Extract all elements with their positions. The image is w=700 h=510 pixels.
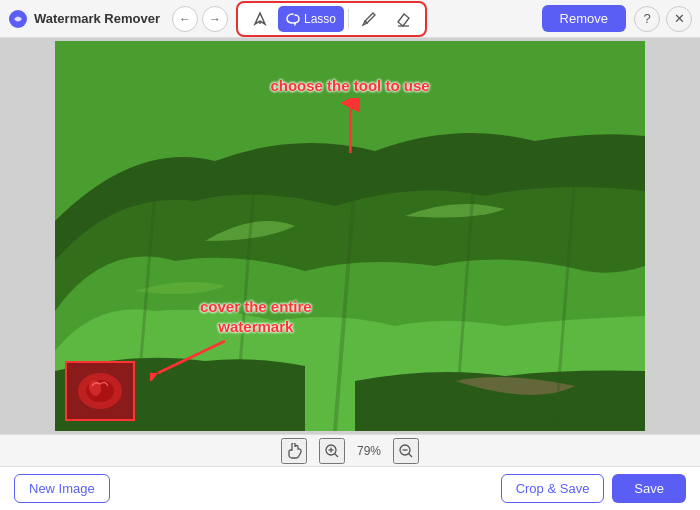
nav-arrows: ← → [172,6,228,32]
zoom-out-button[interactable] [393,438,419,464]
back-button[interactable]: ← [172,6,198,32]
remove-button[interactable]: Remove [542,5,626,32]
choose-tool-annotation: choose the tool to use [270,76,429,96]
footer-left: New Image [14,474,110,503]
app-title: Watermark Remover [34,11,160,26]
zoom-level: 79% [357,444,381,458]
image-container: choose the tool to use cover the entire … [55,41,645,431]
main-image[interactable]: choose the tool to use cover the entire … [55,41,645,431]
zoom-in-button[interactable] [319,438,345,464]
crop-save-button[interactable]: Crop & Save [501,474,605,503]
smart-tool-button[interactable] [244,6,276,32]
footer-bar: New Image Crop & Save Save [0,466,700,510]
title-actions: ? ✕ [634,6,692,32]
svg-line-17 [334,453,338,457]
watermark-thumbnail [65,361,135,421]
brush-tool-button[interactable] [353,6,385,32]
app-logo [8,9,28,29]
eraser-tool-button[interactable] [387,6,419,32]
pan-tool-button[interactable] [281,438,307,464]
close-button[interactable]: ✕ [666,6,692,32]
forward-button[interactable]: → [202,6,228,32]
tool-group: Lasso [236,1,427,37]
new-image-button[interactable]: New Image [14,474,110,503]
svg-line-12 [158,341,225,373]
lasso-tool-button[interactable]: Lasso [278,6,344,32]
canvas-area: choose the tool to use cover the entire … [0,38,700,434]
title-bar: Watermark Remover ← → Lasso [0,0,700,38]
cover-watermark-annotation-line1: cover the entire [200,298,312,315]
lasso-label: Lasso [304,12,336,26]
tool-divider [348,9,349,29]
save-button[interactable]: Save [612,474,686,503]
status-bar: 79% [0,434,700,466]
footer-right: Crop & Save Save [501,474,686,503]
svg-line-21 [409,453,413,457]
help-button[interactable]: ? [634,6,660,32]
